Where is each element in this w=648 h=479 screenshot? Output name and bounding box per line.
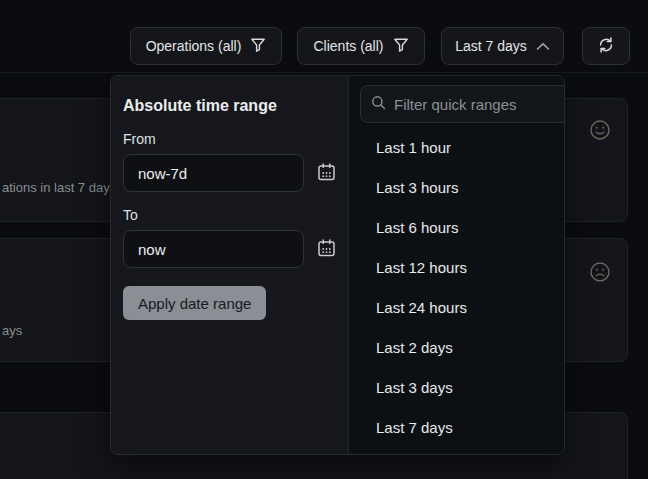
- quick-ranges-section: Last 1 hour Last 3 hours Last 6 hours La…: [349, 76, 565, 454]
- from-input[interactable]: [123, 154, 304, 192]
- absolute-range-title: Absolute time range: [123, 96, 336, 116]
- to-field-row: [123, 230, 336, 268]
- time-picker-dropdown: Absolute time range From To: [110, 75, 565, 455]
- card-2-caption: ays: [2, 323, 22, 338]
- time-range-button[interactable]: Last 7 days: [441, 27, 564, 65]
- quick-range-option-last-1-hour[interactable]: Last 1 hour: [349, 127, 565, 167]
- quick-range-option-last-12-hours[interactable]: Last 12 hours: [349, 247, 565, 287]
- app-screen: ations in last 7 days ays Operations (al…: [0, 0, 648, 479]
- clients-filter-label: Clients (all): [313, 38, 383, 54]
- chevron-up-icon: [536, 38, 550, 54]
- to-label: To: [123, 207, 336, 223]
- apply-date-range-button[interactable]: Apply date range: [123, 286, 266, 320]
- funnel-icon: [393, 37, 409, 56]
- operations-filter-button[interactable]: Operations (all): [130, 27, 282, 65]
- frown-face-icon: [589, 261, 611, 287]
- header-divider: [0, 72, 648, 73]
- to-calendar-button[interactable]: [317, 238, 336, 261]
- funnel-icon: [250, 37, 266, 56]
- search-icon: [371, 95, 386, 114]
- refresh-icon: [596, 35, 616, 58]
- from-calendar-button[interactable]: [317, 162, 336, 185]
- calendar-icon: [317, 162, 336, 185]
- card-1-caption: ations in last 7 days: [2, 180, 116, 195]
- smiley-face-icon: [589, 119, 611, 145]
- quick-range-option-last-3-hours[interactable]: Last 3 hours: [349, 167, 565, 207]
- quick-range-option-last-24-hours[interactable]: Last 24 hours: [349, 287, 565, 327]
- quick-range-option-last-7-days[interactable]: Last 7 days: [349, 407, 565, 447]
- absolute-range-section: Absolute time range From To: [111, 76, 349, 454]
- from-label: From: [123, 131, 336, 147]
- quick-ranges-list: Last 1 hour Last 3 hours Last 6 hours La…: [349, 127, 565, 447]
- quick-ranges-search[interactable]: [360, 85, 565, 123]
- clients-filter-button[interactable]: Clients (all): [297, 27, 425, 65]
- calendar-icon: [317, 238, 336, 261]
- to-input[interactable]: [123, 230, 304, 268]
- filter-quick-ranges-input[interactable]: [394, 96, 565, 113]
- time-range-label: Last 7 days: [455, 38, 527, 54]
- quick-range-option-last-6-hours[interactable]: Last 6 hours: [349, 207, 565, 247]
- operations-filter-label: Operations (all): [146, 38, 242, 54]
- from-field-row: [123, 154, 336, 192]
- quick-range-option-last-3-days[interactable]: Last 3 days: [349, 367, 565, 407]
- refresh-button[interactable]: [582, 27, 630, 65]
- quick-range-option-last-2-days[interactable]: Last 2 days: [349, 327, 565, 367]
